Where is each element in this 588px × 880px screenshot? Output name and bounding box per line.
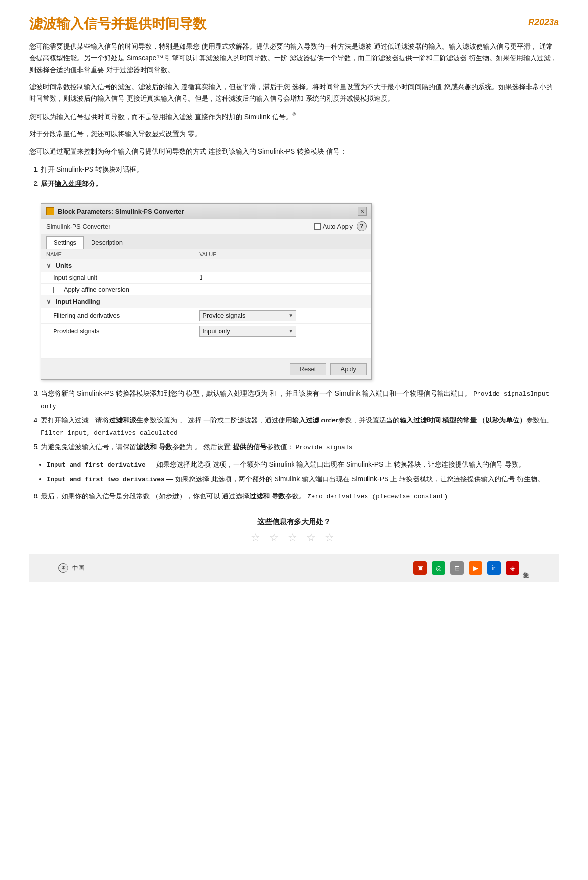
footer-icons: ▣ ◎ ⊟ ▶ in ◈ [413, 561, 519, 575]
step-1: 打开 Simulink-PS 转换块对话框。 [41, 164, 559, 176]
footer-region-label: 中国 [72, 564, 85, 572]
step-4: 要打开输入过滤，请将过滤和派生参数设置为 。 选择 一阶或二阶滤波器，通过使用输… [41, 414, 559, 439]
filtering-dropdown[interactable]: Provide signals ▼ [194, 308, 371, 324]
page-title: 滤波输入信号并提供时间导数 [29, 15, 206, 33]
auto-apply-checkbox-box[interactable] [314, 223, 321, 230]
steps-list: 打开 Simulink-PS 转换块对话框。 展开输入处理部分。 [41, 164, 559, 190]
dialog-box: Block Parameters: Simulink-PS Converter … [41, 203, 372, 380]
input-signal-unit-value[interactable]: 1 [194, 272, 371, 284]
linkedin-icon[interactable]: in [487, 561, 501, 575]
affine-value-cell [194, 284, 371, 295]
star-rating[interactable]: ☆ ☆ ☆ ☆ ☆ [29, 532, 559, 544]
section-input-handling-label: ∨ Input Handling [41, 295, 371, 308]
paragraph-5: 您可以通过配置来控制为每个输入信号提供时间导数的方式 连接到该输入的 Simul… [29, 146, 559, 158]
section-input-handling-row[interactable]: ∨ Input Handling [41, 295, 371, 308]
empty-row [41, 339, 371, 359]
step-5: 为避免免滤波输入信号，请保留滤波和 导数参数为 。 然后设置 提供的信号参数值：… [41, 441, 559, 453]
table-row: Filtering and derivatives Provide signal… [41, 308, 371, 324]
step-6-code: Zero derivatives (piecewise constant) [308, 493, 448, 500]
table-row: Input signal unit 1 [41, 272, 371, 284]
weibo-icon[interactable]: ⊟ [450, 561, 464, 575]
auto-apply-label: Auto Apply [323, 223, 353, 230]
page-wrapper: 滤波输入信号并提供时间导数 R2023a 您可能需要提供某些输入信号的时间导数，… [0, 0, 588, 591]
footer-region: ⊕ 中国 [58, 563, 85, 573]
affine-checkbox[interactable] [53, 287, 59, 293]
paragraph-1: 您可能需要提供某些输入信号的时间导数，特别是如果您 使用显式求解器。提供必要的输… [29, 41, 559, 75]
list-item: Input and first derivative — 如果您选择此选项 选项… [47, 459, 559, 471]
auto-apply-checkbox[interactable]: Auto Apply [314, 223, 353, 230]
footer-bar: ⊕ 中国 ▣ ◎ ⊟ ▶ in ◈ 关注我们 [29, 554, 559, 582]
csdn-icon[interactable]: ▣ [413, 561, 427, 575]
section-units-label: ∨ Units [41, 259, 371, 272]
dialog-table: NAME VALUE ∨ Units Input signal unit [41, 249, 371, 359]
step-5-code: Provide signals [295, 444, 352, 451]
steps-list-2: 当您将新的 Simulink-PS 转换器模块添加到您的 模型，默认输入处理选项… [41, 387, 559, 453]
wechat-icon[interactable]: ◎ [432, 561, 445, 575]
table-header-row: NAME VALUE [41, 249, 371, 259]
col-name-header: NAME [41, 249, 194, 259]
dialog-content: NAME VALUE ∨ Units Input signal unit [41, 249, 371, 359]
steps-list-3: 最后，如果你的输入信号是分段常数 （如步进），你也可以 通过选择过滤和 导数参数… [41, 490, 559, 502]
section-units-row[interactable]: ∨ Units [41, 259, 371, 272]
input-signal-unit-label: Input signal unit [41, 272, 194, 284]
dialog-title-left: Block Parameters: Simulink-PS Converter [46, 207, 184, 215]
help-button[interactable]: ? [357, 221, 367, 231]
bullet-list: Input and first derivative — 如果您选择此选项 选项… [47, 459, 559, 485]
provided-signals-value: Input only [202, 328, 230, 335]
header-area: 滤波输入信号并提供时间导数 R2023a [29, 15, 559, 33]
step-6: 最后，如果你的输入信号是分段常数 （如步进），你也可以 通过选择过滤和 导数参数… [41, 490, 559, 502]
chevron-icon-2: ∨ [46, 298, 51, 305]
version-badge: R2023a [528, 18, 559, 28]
provided-signals-label: Provided signals [41, 324, 194, 339]
col-value-header: VALUE [194, 249, 371, 259]
dialog-footer: Reset Apply [41, 359, 371, 379]
paragraph-4: 对于分段常量信号，您还可以将输入导数显式设置为 零。 [29, 128, 559, 140]
dialog-close-button[interactable]: × [358, 207, 367, 216]
tab-settings[interactable]: Settings [46, 236, 84, 249]
reset-button[interactable]: Reset [290, 363, 327, 375]
globe-icon: ⊕ [58, 563, 68, 573]
filtering-dropdown-control[interactable]: Provide signals ▼ [199, 310, 296, 321]
tab-description[interactable]: Description [84, 236, 130, 249]
step-2: 展开输入处理部分。 [41, 178, 559, 190]
dialog-titlebar: Block Parameters: Simulink-PS Converter … [41, 204, 371, 219]
provided-signals-dropdown-control[interactable]: Input only ▼ [199, 326, 296, 337]
feedback-section: 这些信息有多大用处？ ☆ ☆ ☆ ☆ ☆ [29, 517, 559, 544]
bullet-2-text: — 如果您选择 此选项，两个额外的 Simulink 输入端口出现在 Simul… [166, 475, 544, 483]
bullet-1-bold: Input and first derivative [47, 461, 146, 469]
step-4-code: Filter input, derivatives calculated [41, 429, 178, 437]
affine-label: Apply affine conversion [41, 284, 194, 295]
dialog-toolbar-right: Auto Apply ? [314, 221, 367, 231]
dialog-icon [46, 207, 54, 215]
chevron-icon: ∨ [46, 262, 51, 269]
rss-icon[interactable]: ◈ [506, 561, 519, 575]
paragraph-3: 您可以为输入信号提供时间导数，而不是使用输入滤波 直接作为附加的 Simulin… [29, 110, 559, 123]
dropdown-arrow-icon: ▼ [288, 313, 293, 318]
step-3: 当您将新的 Simulink-PS 转换器模块添加到您的 模型，默认输入处理选项… [41, 387, 559, 412]
dialog-title-text: Block Parameters: Simulink-PS Converter [58, 208, 184, 215]
bullet-1-text: — 如果您选择此选项 选项，一个额外的 Simulink 输入端口出现在 Sim… [147, 460, 525, 468]
paragraph-2: 滤波时间常数控制输入信号的滤波。滤波后的输入 遵循真实输入，但被平滑，滞后于您 … [29, 81, 559, 105]
filtering-value: Provide signals [202, 312, 245, 319]
table-row: Provided signals Input only ▼ [41, 324, 371, 339]
dialog-toolbar: Simulink-PS Converter Auto Apply ? [41, 219, 371, 234]
step-3-text: 当您将新的 Simulink-PS 转换器模块添加到您的 模型，默认输入处理选项… [41, 389, 471, 397]
dropdown-arrow-icon-2: ▼ [288, 329, 293, 334]
filtering-label: Filtering and derivatives [41, 308, 194, 324]
list-item: Input and first two derivatives — 如果您选择 … [47, 474, 559, 485]
dialog-converter-label: Simulink-PS Converter [46, 223, 110, 230]
apply-button[interactable]: Apply [330, 363, 367, 375]
feedback-title: 这些信息有多大用处？ [29, 517, 559, 527]
bilibili-icon[interactable]: ▶ [469, 561, 482, 575]
provided-signals-dropdown[interactable]: Input only ▼ [194, 324, 371, 339]
footer-right-wrapper: ▣ ◎ ⊟ ▶ in ◈ 关注我们 [413, 561, 530, 575]
bullet-2-bold: Input and first two derivatives [47, 476, 165, 483]
dialog-tabs: Settings Description [41, 234, 371, 249]
table-row: Apply affine conversion [41, 284, 371, 295]
